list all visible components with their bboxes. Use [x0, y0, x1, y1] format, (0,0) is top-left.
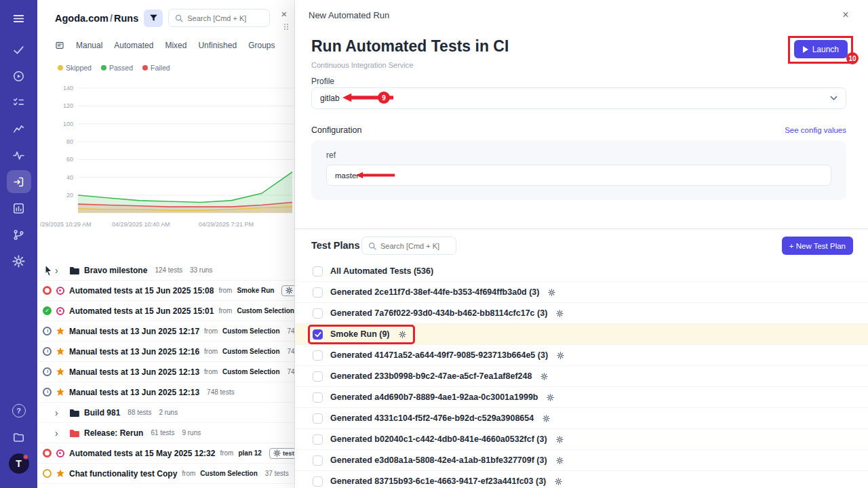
- run-title: Release: Rerun: [84, 428, 143, 438]
- analytics-icon[interactable]: [7, 117, 31, 140]
- gear-icon[interactable]: [556, 436, 564, 443]
- runs-play-icon[interactable]: [7, 64, 31, 87]
- gear-icon[interactable]: [542, 415, 550, 422]
- plan-checkbox[interactable]: [313, 392, 323, 403]
- test-badge[interactable]: test: [269, 448, 294, 459]
- launch-button[interactable]: Launch: [794, 40, 848, 58]
- filter-button[interactable]: [144, 9, 163, 27]
- settings-gear-icon[interactable]: [7, 249, 31, 272]
- plan-label: Smoke Run (9): [330, 329, 390, 339]
- legend-item[interactable]: Skipped: [58, 64, 92, 72]
- plan-checkbox[interactable]: [313, 350, 323, 361]
- panel-close-icon[interactable]: [278, 7, 290, 20]
- tree-row[interactable]: Automated tests at 15 Jun 2025 15:08 fro…: [37, 281, 294, 301]
- test-plan-row[interactable]: Generated 4331c104-f5f2-476e-b92d-c529a3…: [295, 408, 868, 429]
- tree-row[interactable]: Release: Rerun 61 tests 9 runs: [37, 423, 294, 443]
- runs-tab[interactable]: Automated: [114, 41, 153, 50]
- legend-item[interactable]: Passed: [101, 64, 133, 72]
- run-title: Automated tests at 15 Jun 2025 15:08: [69, 286, 214, 296]
- tree-row[interactable]: Build 981 88 tests 2 runs: [37, 403, 294, 423]
- new-test-plan-button[interactable]: + New Test Plan: [782, 237, 853, 255]
- plan-label: Generated 83715b93-6c1e-4663-9417-ef23a4…: [330, 476, 546, 486]
- gear-icon[interactable]: [548, 289, 555, 296]
- plan-checkbox[interactable]: [313, 371, 323, 382]
- test-plan-row[interactable]: Generated 41471a52-a644-49f7-9085-923713…: [295, 345, 868, 366]
- configuration-box: ref: [311, 140, 846, 200]
- test-plan-row[interactable]: Generated a4d690b7-8889-4ae1-92aa-0c3001…: [295, 387, 868, 408]
- drawer-close-icon[interactable]: [838, 7, 853, 22]
- tree-row[interactable]: Automated tests at 15 May 2025 12:32 fro…: [37, 443, 294, 464]
- run-status-icon: [43, 327, 52, 336]
- test-plan-item: Generated 7a76f022-93d0-434b-b462-bb8114…: [310, 306, 570, 321]
- plan-checkbox[interactable]: [313, 476, 323, 487]
- runs-search-input[interactable]: [187, 14, 263, 22]
- plan-checkbox[interactable]: [313, 329, 323, 340]
- chevron-right-icon[interactable]: [55, 407, 62, 418]
- runs-history-icon[interactable]: [55, 41, 64, 50]
- legend-item[interactable]: Failed: [142, 64, 170, 72]
- see-config-values-link[interactable]: See config values: [785, 126, 846, 134]
- runs-tab[interactable]: Manual: [76, 41, 102, 50]
- test-plans-icon[interactable]: [7, 91, 31, 114]
- test-plan-row[interactable]: Generated 83715b93-6c1e-4663-9417-ef23a4…: [295, 471, 868, 488]
- reports-icon[interactable]: [7, 197, 31, 220]
- test-plan-item: Generated a4d690b7-8889-4ae1-92aa-0c3001…: [310, 390, 561, 405]
- tree-row[interactable]: Manual tests at 13 Jun 2025 12:17 from C…: [37, 321, 294, 342]
- test-plan-item: Generated 233b0998-b9c2-47ae-a5cf-7ea1af…: [310, 369, 555, 384]
- gear-icon[interactable]: [557, 352, 564, 359]
- plan-checkbox[interactable]: [313, 434, 323, 445]
- run-title: Manual tests at 13 Jun 2025 12:16: [69, 347, 199, 357]
- avatar-letter: T: [16, 458, 22, 469]
- plan-checkbox[interactable]: [313, 266, 323, 277]
- gear-icon[interactable]: [556, 310, 564, 317]
- tree-row[interactable]: Manual tests at 13 Jun 2025 12:16 from C…: [37, 342, 294, 362]
- test-plans-search-input[interactable]: [380, 242, 448, 250]
- plan-checkbox[interactable]: [313, 308, 323, 319]
- test-plan-row[interactable]: Generated b02040c1-c442-4db0-841e-4660a0…: [295, 429, 868, 450]
- tree-row[interactable]: Chat functionality test Copy from Custom…: [37, 464, 294, 484]
- chevron-right-icon[interactable]: [55, 428, 62, 439]
- plan-checkbox[interactable]: [313, 287, 323, 298]
- tree-row[interactable]: Automated tests at 15 Jun 2025 15:01 fro…: [37, 301, 294, 321]
- test-plan-row[interactable]: Generated 233b0998-b9c2-47ae-a5cf-7ea1af…: [295, 366, 868, 387]
- menu-icon[interactable]: [7, 7, 31, 30]
- runs-tab[interactable]: Mixed: [165, 41, 186, 50]
- runs-tab[interactable]: Groups: [248, 41, 275, 50]
- folder-icon: [69, 429, 79, 437]
- runs-chart-area: 20406080100120140 /29/2025 10:29 AM 04/2…: [37, 81, 294, 228]
- search-icon: [368, 242, 376, 250]
- branches-icon[interactable]: [7, 223, 31, 246]
- panel-drag-handle-icon[interactable]: [283, 21, 289, 33]
- run-source: Custom Selection: [222, 348, 279, 355]
- tree-row[interactable]: Bravo milestone 124 tests 33 runs: [37, 260, 294, 281]
- user-avatar[interactable]: T: [7, 452, 31, 475]
- gear-icon[interactable]: [547, 394, 554, 401]
- run-from-label: from: [204, 327, 218, 335]
- help-icon[interactable]: [7, 399, 31, 422]
- breadcrumb-project[interactable]: Agoda.com: [55, 13, 108, 24]
- chevron-right-icon[interactable]: [55, 265, 62, 276]
- import-runs-icon[interactable]: [7, 170, 31, 193]
- plan-checkbox[interactable]: [313, 413, 323, 424]
- documents-icon[interactable]: [7, 426, 31, 449]
- test-plan-row[interactable]: Generated 2ce11f7d-38ef-44fe-b353-4f694f…: [295, 282, 868, 303]
- x-tick-label: 04/29/2025 7:21 PM: [199, 221, 254, 228]
- runs-tab[interactable]: Unfinished: [198, 41, 237, 50]
- tests-icon[interactable]: [7, 38, 31, 61]
- gear-icon[interactable]: [399, 331, 406, 338]
- tree-row[interactable]: Manual tests at 13 Jun 2025 12:13 from C…: [37, 362, 294, 382]
- test-plan-row[interactable]: Generated 7a76f022-93d0-434b-b462-bb8114…: [295, 303, 868, 324]
- test-badge[interactable]: test: [281, 285, 294, 296]
- tree-row[interactable]: Manual tests at 13 Jun 2025 12:13 748 te…: [37, 382, 294, 403]
- activity-icon[interactable]: [7, 144, 31, 167]
- profile-select[interactable]: gitlab: [311, 87, 846, 109]
- test-plan-row[interactable]: All Automated Tests (536): [295, 261, 868, 282]
- gear-icon[interactable]: [555, 478, 562, 485]
- ref-input[interactable]: [326, 165, 831, 186]
- gear-icon[interactable]: [556, 457, 564, 464]
- check-icon: [315, 331, 321, 338]
- test-plan-row[interactable]: Smoke Run (9): [295, 324, 868, 345]
- plan-checkbox[interactable]: [313, 455, 323, 466]
- test-plan-row[interactable]: Generated e3d08a1a-5808-42e4-a1ab-81bfe3…: [295, 450, 868, 471]
- gear-icon[interactable]: [540, 373, 548, 380]
